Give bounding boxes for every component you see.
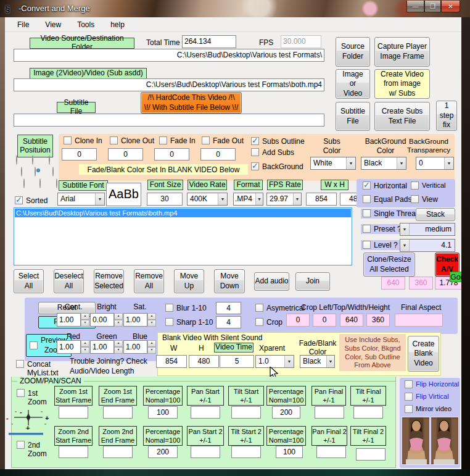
sorted-checkbox[interactable] (15, 196, 23, 204)
blue-stepper[interactable]: 1.00 ▲▼ (123, 340, 156, 354)
crop-top-input[interactable]: 0 (313, 314, 336, 327)
move-up-button[interactable]: Move Up (174, 269, 204, 293)
green-stepper[interactable]: 1.00 ▲▼ (90, 340, 123, 354)
tilt-final2-input[interactable] (356, 448, 385, 461)
clone-out-checkbox[interactable] (110, 136, 118, 144)
blue-value[interactable]: 1.00 (123, 340, 147, 354)
pan-final2-input[interactable] (316, 446, 346, 458)
flip-horizontal-checkbox[interactable] (405, 380, 413, 388)
video-time-input[interactable]: 5 (220, 355, 254, 368)
position-radio-middle-center[interactable] (35, 167, 36, 177)
spin-up-icon[interactable]: ▲ (81, 313, 89, 320)
fps-rate-select[interactable]: 29.97 ▼ (266, 193, 302, 206)
source-folder-path-input[interactable]: C:\Users\Bud\Desktop\Various test Format… (14, 49, 324, 62)
create-video-button[interactable]: Create Video from image w/ Subs (374, 69, 430, 99)
blur-input[interactable]: 4 (216, 302, 241, 314)
pan-start2-input[interactable] (191, 446, 220, 458)
subtitle-font-select[interactable]: Arial ▼ (57, 193, 105, 206)
clone-out-input[interactable]: 0 (108, 148, 143, 161)
image-video-path-input[interactable]: C:\Users\Bud\Desktop\Various test Format… (14, 78, 324, 91)
zoom1-start-frame-input[interactable] (59, 406, 88, 419)
clone-in-checkbox[interactable] (64, 136, 72, 144)
chevron-down-icon[interactable]: ▼ (255, 193, 263, 205)
horizontal-checkbox[interactable] (363, 182, 371, 190)
capture-player-button[interactable]: Capture Player Image Frame (374, 37, 430, 67)
chevron-down-icon[interactable]: ▼ (397, 157, 406, 169)
source-folder-button[interactable]: Source Folder (336, 37, 370, 67)
video-rate-select[interactable]: 400K ▼ (187, 193, 228, 206)
chevron-down-icon[interactable]: ▼ (444, 157, 453, 169)
spin-up-icon[interactable]: ▲ (114, 340, 123, 347)
list-item-selected[interactable]: C:\Users\Bud\Desktop\Various test Format… (15, 209, 351, 217)
font-size-input[interactable]: 30 (147, 193, 183, 206)
saturation-value[interactable]: 1.00 (123, 313, 147, 327)
final-aspect-input[interactable] (395, 314, 443, 327)
create-blank-video-button[interactable]: Create Blank Video (408, 336, 439, 372)
bright-stepper[interactable]: 0.00 ▲▼ (90, 313, 123, 327)
remove-selected-button[interactable]: Remove Selected (94, 269, 124, 293)
chevron-down-icon[interactable]: ▼ (218, 193, 227, 205)
zoom1-percentage2-input[interactable]: 200 (272, 406, 300, 419)
position-radio-top-right[interactable] (49, 155, 50, 165)
blank-width-input[interactable]: 854 (156, 355, 187, 368)
position-radio-top-center[interactable] (32, 155, 33, 165)
second-zoom-checkbox[interactable] (17, 441, 25, 449)
maximize-button[interactable]: ❐ (424, 1, 441, 12)
tilt-start2-input[interactable] (231, 446, 261, 458)
tilt-final-input[interactable] (353, 406, 383, 419)
join-button[interactable]: Join (295, 272, 330, 291)
spin-up-icon[interactable]: ▲ (114, 313, 123, 320)
blank-height-input[interactable]: 480 (189, 355, 219, 368)
asymetrical-checkbox[interactable] (255, 304, 263, 312)
spin-down-icon[interactable]: ▼ (81, 347, 89, 354)
red-value[interactable]: 1.00 (57, 340, 81, 354)
position-radio-top-left[interactable] (16, 155, 17, 165)
sharp-input[interactable]: 4 (216, 316, 241, 328)
flip-vertical-checkbox[interactable] (405, 393, 413, 401)
menu-file[interactable]: File (10, 19, 36, 31)
total-time-input[interactable]: 264.134 (182, 35, 236, 48)
zoom2-start-frame-label[interactable]: Zoom 2nd Start Frame (54, 426, 93, 446)
subtitle-file-button[interactable]: Subtitle File (336, 102, 370, 131)
close-button[interactable]: ✕ (441, 1, 460, 12)
preset-checkbox[interactable] (363, 225, 371, 233)
zoom2-end-frame-input[interactable] (103, 446, 133, 458)
background-transparency-select[interactable]: 0 ▼ (416, 157, 454, 170)
subs-outline-checkbox[interactable] (251, 137, 259, 145)
bright-value[interactable]: 0.00 (90, 313, 114, 327)
zoom1-percentage-input[interactable]: 100 (148, 406, 178, 419)
stack-button[interactable]: Stack (416, 208, 455, 221)
blur-checkbox[interactable] (165, 304, 173, 312)
chevron-down-icon[interactable]: ▼ (95, 193, 104, 205)
chevron-down-icon[interactable]: ▼ (293, 193, 301, 205)
single-thread-checkbox[interactable] (363, 209, 371, 217)
background-color-select[interactable]: Black ▼ (361, 157, 406, 170)
zoom2-percentage2-input[interactable]: 100 (276, 446, 303, 458)
pan-compass-icon[interactable]: - - + + (4, 410, 53, 436)
file-listbox[interactable]: C:\Users\Bud\Desktop\Various test Format… (14, 207, 352, 265)
spin-up-icon[interactable]: ▲ (147, 313, 156, 320)
crop-checkbox[interactable] (255, 318, 263, 326)
chevron-down-icon[interactable]: ▼ (326, 356, 334, 367)
zoom1-end-frame-label[interactable]: Zoom 1st End Frame (99, 386, 137, 406)
position-radio-bottom-left[interactable] (23, 178, 25, 188)
clone-in-input[interactable]: 0 (62, 148, 97, 161)
add-audio-button[interactable]: Add audio (254, 272, 289, 291)
background-checkbox[interactable] (251, 162, 259, 170)
menu-view[interactable]: View (38, 19, 68, 31)
move-down-button[interactable]: Move Down (214, 269, 245, 293)
preview-zoom-checkbox[interactable] (30, 341, 38, 349)
contrast-value[interactable]: 1.00 (57, 313, 81, 327)
subtitle-file-path-input[interactable] (14, 114, 324, 127)
xparent-select[interactable]: 1.0 ▼ (255, 355, 294, 368)
fade-out-input[interactable]: 0 (200, 148, 236, 161)
tilt-start-input[interactable] (231, 406, 261, 419)
output-width-input[interactable]: 854 (306, 193, 337, 206)
spin-down-icon[interactable]: ▼ (114, 347, 123, 354)
spin-down-icon[interactable]: ▼ (81, 320, 89, 327)
fade-out-checkbox[interactable] (202, 136, 210, 144)
crop-left-input[interactable]: 0 (286, 314, 310, 327)
spin-up-icon[interactable]: ▲ (147, 340, 156, 347)
add-subs-checkbox[interactable] (251, 148, 259, 156)
position-radio-bottom-right[interactable] (56, 178, 57, 188)
